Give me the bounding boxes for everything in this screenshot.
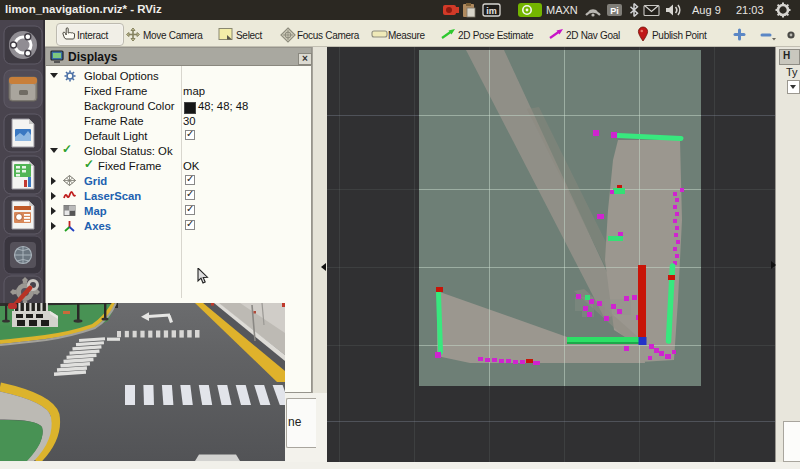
svg-text:MAXN: MAXN	[546, 4, 578, 16]
svg-text:Aug 9: Aug 9	[692, 4, 721, 16]
svg-text:Pi: Pi	[610, 6, 619, 16]
svg-text:im: im	[486, 6, 497, 16]
svg-text:21:03: 21:03	[736, 4, 764, 16]
